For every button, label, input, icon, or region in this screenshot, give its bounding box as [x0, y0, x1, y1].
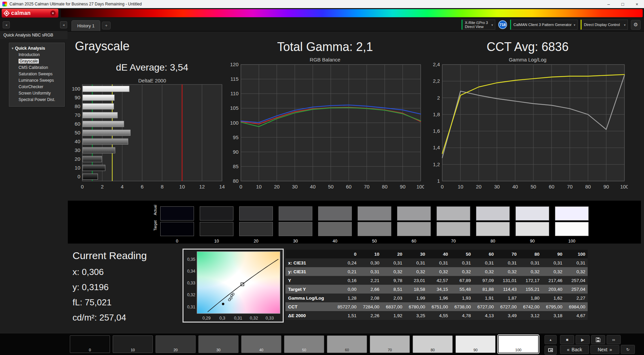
- window-controls: – □ ×: [601, 0, 644, 8]
- table-cell: 217,46: [542, 276, 565, 285]
- table-cell: 0,31: [450, 258, 473, 267]
- table-cell: 7284,00: [359, 302, 382, 311]
- patch-level-0[interactable]: 0: [70, 335, 110, 353]
- play-button[interactable]: ▶: [576, 335, 590, 344]
- display-control-dropdown[interactable]: Direct Display Control ▼: [581, 20, 628, 30]
- svg-text:10: 10: [458, 184, 464, 189]
- sidebar-item-label: Introduction: [19, 52, 40, 57]
- svg-text:30: 30: [75, 147, 80, 153]
- gamma-chart-title: Gamma Log/Log: [427, 57, 628, 62]
- minimize-button[interactable]: –: [601, 0, 616, 8]
- svg-text:50: 50: [75, 130, 80, 135]
- patch-level-30[interactable]: 30: [198, 335, 239, 353]
- patch-label: 40: [242, 348, 281, 352]
- patch-label: 20: [156, 348, 195, 352]
- patch-level-90[interactable]: 90: [455, 335, 496, 353]
- svg-text:0,31: 0,31: [187, 305, 195, 309]
- rgb-balance-chart-title: RGB Balance: [226, 57, 424, 62]
- swatch-column-label: 60: [397, 239, 431, 244]
- sidebar-item-colorchecker[interactable]: ColorChecker: [10, 84, 63, 90]
- svg-text:70: 70: [364, 184, 370, 189]
- table-cell: 6837,00: [382, 302, 405, 311]
- calman-logo-menu[interactable]: calman ▼: [2, 9, 58, 18]
- svg-text:100: 100: [230, 120, 239, 126]
- cie-chart-panel[interactable]: 0,290,30,310,320,330,310,320,330,340,35: [183, 249, 284, 323]
- sidebar-item-saturation-sweeps[interactable]: Saturation Sweeps: [10, 71, 63, 77]
- window-title: Calman 2025 Calman Ultimate for Business…: [9, 2, 142, 6]
- swatch-column-10: 10: [200, 201, 233, 244]
- stop-button[interactable]: ■: [560, 335, 574, 344]
- patch-level-60[interactable]: 60: [327, 335, 367, 353]
- table-cell: 131,01: [496, 276, 519, 285]
- left-pane-toggle-button[interactable]: ◂: [3, 21, 10, 28]
- sidebar-item-introduction[interactable]: Introduction: [10, 52, 63, 58]
- table-cell: 0,31: [519, 258, 542, 267]
- swatch-column-label: 0: [160, 239, 194, 244]
- swatch-grid: 0102030405060708090100: [160, 201, 589, 244]
- pattern-window-button[interactable]: [544, 346, 557, 355]
- cct-average-value: CCT Avg: 6836: [427, 40, 628, 54]
- swatch-column-label: 40: [318, 239, 352, 244]
- pattern-patch-row: 0102030405060708090100: [70, 335, 538, 353]
- patch-label: 90: [456, 348, 495, 352]
- table-cell: 6751,00: [427, 302, 450, 311]
- patch-level-50[interactable]: 50: [284, 335, 324, 353]
- table-row: y: CIE310,210,310,320,320,320,320,320,32…: [285, 267, 588, 276]
- sidebar-item-spectral-power-dist[interactable]: Spectral Power Dist.: [10, 97, 63, 103]
- patch-level-40[interactable]: 40: [241, 335, 281, 353]
- swatch-column-60: 60: [397, 201, 431, 244]
- chevron-up-icon[interactable]: ▲: [544, 335, 557, 344]
- save-button[interactable]: [591, 335, 605, 344]
- svg-text:8: 8: [161, 184, 163, 189]
- table-cell: 6727,00: [473, 302, 496, 311]
- svg-text:20: 20: [75, 156, 80, 162]
- table-column-header: 70: [496, 250, 519, 258]
- svg-text:90: 90: [400, 184, 405, 189]
- grayscale-page-title: Grayscale: [75, 39, 130, 53]
- maximize-button[interactable]: □: [616, 0, 630, 8]
- sidebar-root-quick-analysis[interactable]: ▾ Quick Analysis: [10, 45, 63, 52]
- table-column-header: 80: [519, 250, 542, 258]
- patch-level-100[interactable]: 100: [498, 335, 538, 353]
- patch-level-70[interactable]: 70: [370, 335, 410, 353]
- sidebar-item-grayscale[interactable]: Grayscale: [10, 58, 63, 65]
- gear-icon[interactable]: ⚙: [631, 20, 641, 30]
- svg-text:1,6: 1,6: [433, 128, 440, 134]
- table-row: ΔE 20001,512,261,923,254,554,784,133,493…: [285, 311, 588, 320]
- table-cell: 55,48: [450, 285, 473, 294]
- sidebar-item-cms-calibration[interactable]: CMS Calibration: [10, 65, 63, 71]
- close-button[interactable]: ×: [630, 0, 644, 8]
- chevron-down-icon: ▼: [623, 24, 626, 27]
- meter-dropdown[interactable]: X-Rite i1Pro 3 Direct View ▼: [461, 20, 495, 30]
- patch-level-80[interactable]: 80: [413, 335, 453, 353]
- sidebar-item-screen-uniformity[interactable]: Screen Uniformity: [10, 90, 63, 97]
- back-button[interactable]: « Back: [560, 345, 589, 354]
- svg-text:0,32: 0,32: [187, 293, 195, 297]
- play-icon: ▶: [581, 337, 584, 342]
- next-button[interactable]: Next »: [590, 345, 619, 354]
- back-label: Back: [571, 347, 582, 352]
- table-cell: 1,62: [542, 294, 565, 302]
- chevron-down-icon: ▼: [573, 24, 576, 27]
- next-label: Next: [598, 347, 608, 352]
- tab-history-1[interactable]: History 1: [72, 20, 100, 31]
- sidebar-item-label: Luminance Sweeps: [19, 78, 54, 83]
- calman-logo-icon: [3, 10, 9, 16]
- svg-text:100: 100: [72, 86, 80, 92]
- patch-level-20[interactable]: 20: [156, 335, 196, 353]
- table-cell: 0,32: [473, 267, 496, 276]
- patch-level-10[interactable]: 10: [113, 335, 153, 353]
- svg-text:80: 80: [585, 184, 591, 189]
- table-cell: 23,01: [404, 276, 427, 285]
- table-cell: 1,51: [336, 311, 359, 320]
- add-tab-button[interactable]: +: [102, 22, 111, 29]
- table-cell: 6742,00: [519, 302, 542, 311]
- table-cell: 0,31: [359, 267, 382, 276]
- pattern-generator-dropdown[interactable]: CalMAN Client 3 Pattern Generator ▼: [510, 20, 578, 30]
- table-cell: 2,08: [359, 294, 382, 302]
- refresh-button[interactable]: ↻: [621, 345, 635, 354]
- continuous-mode-button[interactable]: ∞: [607, 335, 621, 344]
- sidebar-item-luminance-sweeps[interactable]: Luminance Sweeps: [10, 77, 63, 84]
- sidebar-collapse-button[interactable]: ◂: [60, 21, 67, 28]
- table-row: CCT85727,007284,006837,006780,006751,006…: [285, 302, 588, 311]
